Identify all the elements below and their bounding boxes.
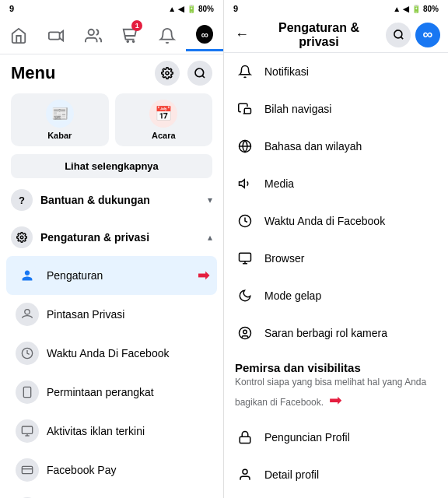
friends-icon <box>85 27 102 44</box>
facebook-pay-label: Facebook Pay <box>47 464 117 476</box>
sub-permintaan[interactable]: Permintaan perangkat <box>0 373 223 412</box>
svg-rect-22 <box>240 253 251 261</box>
left-time: 9 <box>9 4 14 13</box>
bahasa-label: Bahasa dan wilayah <box>264 140 362 153</box>
detail-profil-icon <box>235 465 255 485</box>
media-label: Media <box>264 177 294 190</box>
svg-point-28 <box>243 469 247 474</box>
permintaan-icon <box>16 381 39 404</box>
fb-logo: ∞ <box>415 23 440 47</box>
audience-section-header: Pemirsa dan visibilitas Kontrol siapa ya… <box>224 352 448 419</box>
notifikasi-icon <box>235 61 255 82</box>
pengaturan-label: Pengaturan <box>47 269 103 282</box>
kabar-icon: 📰 <box>46 100 74 128</box>
browser-label: Browser <box>264 252 304 265</box>
svg-point-3 <box>133 40 135 42</box>
shortcut-kabar[interactable]: 📰 Kabar <box>11 93 109 146</box>
left-status-icons: ▲ ◀ 🔋 80% <box>168 5 214 13</box>
audience-arrow: ➡ <box>329 391 342 409</box>
see-more-button[interactable]: Lihat selengkapnya <box>11 154 212 178</box>
waktu-label: Waktu Anda Di Facebook <box>47 347 169 359</box>
svg-point-16 <box>394 30 401 38</box>
bell-icon <box>159 27 176 44</box>
section-pengaturan-header[interactable]: Pengaturan & privasi ▴ <box>0 219 223 256</box>
nav-video[interactable] <box>37 20 75 51</box>
nav-bar: 1 ∞ <box>0 17 223 54</box>
settings-browser[interactable]: Browser <box>224 240 448 277</box>
settings-icon-btn[interactable] <box>155 61 180 86</box>
detail-profil-label: Detail profil <box>264 468 319 481</box>
svg-rect-14 <box>22 466 32 473</box>
right-status-bar: 9 ▲ ◀ 🔋 80% <box>224 0 448 17</box>
back-button[interactable]: ← <box>232 23 252 46</box>
search-icon-btn[interactable] <box>187 61 212 86</box>
bantuan-chevron: ▾ <box>208 195 212 205</box>
pintasan-icon <box>16 303 39 326</box>
sub-riwayat[interactable]: Riwayat tautan <box>0 489 223 498</box>
settings-notifikasi[interactable]: Notifikasi <box>224 53 448 90</box>
settings-page-title: Pengaturan & privasi <box>258 21 380 49</box>
svg-point-5 <box>195 68 204 77</box>
left-panel: 9 ▲ ◀ 🔋 80% <box>0 0 224 498</box>
right-top-icons: ∞ <box>386 23 440 47</box>
bilah-icon <box>235 99 255 119</box>
settings-list: Notifikasi Bilah navigasi Bahasa dan wil… <box>224 53 448 498</box>
settings-waktu[interactable]: Waktu Anda di Facebook <box>224 202 448 240</box>
waktu-r-label: Waktu Anda di Facebook <box>264 215 385 227</box>
menu-header: Menu <box>0 54 223 89</box>
bahasa-icon <box>235 136 255 156</box>
mode-gelap-r-icon <box>235 286 255 306</box>
svg-point-4 <box>166 72 169 75</box>
bilah-label: Bilah navigasi <box>264 103 331 115</box>
menu-title: Menu <box>11 63 55 83</box>
mode-gelap-r-label: Mode gelap <box>264 289 321 302</box>
nav-menu[interactable]: ∞ <box>186 20 223 51</box>
pengaturan-arrow: ➡ <box>198 267 209 284</box>
section-bantuan: ? Bantuan & dukungan ▾ <box>0 181 223 219</box>
pengaturan-section-icon <box>11 226 33 248</box>
home-icon <box>10 27 27 44</box>
acara-icon: 📅 <box>149 100 177 128</box>
settings-bilah[interactable]: Bilah navigasi <box>224 90 448 128</box>
settings-mencari[interactable]: Bagaimana orang mencari dan menghubungi … <box>224 493 448 498</box>
pengaturan-icon <box>16 264 39 287</box>
waktu-icon <box>16 342 39 365</box>
shortcuts: 📰 Kabar 📅 Acara <box>0 89 223 151</box>
nav-marketplace[interactable]: 1 <box>111 20 149 51</box>
settings-mode-gelap[interactable]: Mode gelap <box>224 277 448 314</box>
right-search-button[interactable] <box>386 23 411 47</box>
waktu-r-icon <box>235 211 255 231</box>
menu-icon: ∞ <box>196 26 213 43</box>
sub-pengaturan[interactable]: Pengaturan ➡ <box>6 256 217 295</box>
sub-pintasan[interactable]: Pintasan Privasi <box>0 295 223 334</box>
right-time: 9 <box>233 4 238 13</box>
nav-home[interactable] <box>0 20 37 51</box>
settings-detail-profil[interactable]: Detail profil <box>224 456 448 493</box>
sub-waktu[interactable]: Waktu Anda Di Facebook <box>0 334 223 373</box>
notifikasi-label: Notifikasi <box>264 65 309 78</box>
saran-icon <box>235 323 255 343</box>
shortcut-acara[interactable]: 📅 Acara <box>115 93 213 146</box>
media-icon <box>235 174 255 194</box>
nav-notifications[interactable] <box>149 20 186 51</box>
svg-marker-20 <box>240 180 245 188</box>
browser-icon <box>235 248 255 268</box>
video-icon <box>47 27 65 44</box>
audience-title: Pemirsa dan visibilitas <box>235 361 437 374</box>
settings-saran[interactable]: Saran berbagi rol kamera <box>224 314 448 352</box>
settings-media[interactable]: Media <box>224 165 448 202</box>
nav-friends[interactable] <box>75 20 112 51</box>
kabar-label: Kabar <box>47 131 72 140</box>
sub-facebook-pay[interactable]: Facebook Pay <box>0 451 223 489</box>
header-icons <box>155 61 212 86</box>
right-status-icons: ▲ ◀ 🔋 80% <box>393 5 439 13</box>
section-bantuan-header[interactable]: ? Bantuan & dukungan ▾ <box>0 181 223 219</box>
svg-line-6 <box>202 75 205 78</box>
sub-aktivitas[interactable]: Aktivitas iklan terkini <box>0 412 223 451</box>
settings-bahasa[interactable]: Bahasa dan wilayah <box>224 128 448 165</box>
svg-point-7 <box>20 236 23 239</box>
svg-rect-27 <box>240 437 250 443</box>
settings-penguncian[interactable]: Penguncian Profil <box>224 419 448 456</box>
svg-rect-0 <box>49 32 60 39</box>
penguncian-label: Penguncian Profil <box>264 431 350 444</box>
